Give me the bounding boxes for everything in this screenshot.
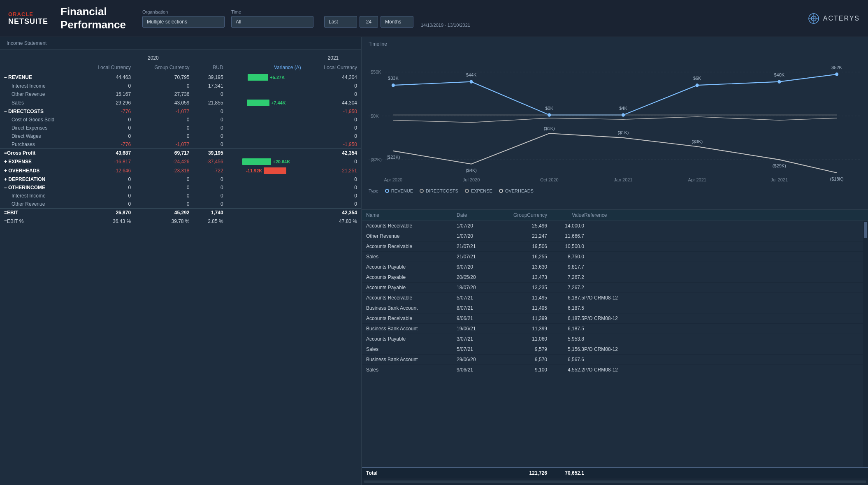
data-cell-13-3: 6,567.6: [547, 357, 584, 362]
acterys-label: ACTERYS: [823, 15, 860, 22]
footer-value: 70,652.1: [547, 470, 584, 476]
income-cell-1-1: 0: [135, 82, 193, 90]
legend-expense-label: EXPENSE: [471, 188, 492, 193]
data-cell-6-0: Accounts Payable: [366, 285, 457, 290]
income-cell-10-2: -37,456: [194, 157, 227, 166]
data-cell-5-1: 20/05/20: [457, 274, 494, 280]
data-table-row-6[interactable]: Accounts Payable18/07/2013,2357,267.2: [362, 283, 863, 293]
org-select[interactable]: Multiple selections: [142, 16, 225, 28]
data-cell-6-3: 7,267.2: [547, 285, 584, 290]
income-cell-12-0: 0: [79, 175, 135, 183]
overheads-dot: [499, 189, 503, 193]
income-row-label-3: Sales: [0, 98, 79, 107]
income-row-label-17: =EBIT %: [0, 217, 79, 226]
income-cell-17-1: 39.78 %: [135, 217, 193, 226]
vertical-scrollbar[interactable]: [863, 221, 868, 467]
local-currency-header: Local Currency: [79, 63, 135, 73]
acterys-logo: ACTERYS: [808, 12, 860, 25]
footer-gc: 121,726: [494, 470, 547, 476]
data-table-row-14[interactable]: Sales9/06/219,1004,552.2P/O CRM08-12: [362, 365, 863, 375]
data-cell-14-0: Sales: [366, 367, 457, 373]
data-table-row-9[interactable]: Accounts Receivable9/06/2111,3996,187.5P…: [362, 313, 863, 324]
data-cell-8-3: 6,187.5: [547, 305, 584, 311]
data-cell-14-4: P/O CRM08-12: [584, 367, 646, 373]
legend-expense: EXPENSE: [465, 188, 492, 193]
data-cell-13-4: [584, 357, 646, 362]
data-cell-9-3: 6,187.5: [547, 316, 584, 321]
income-cell-15-1: 0: [135, 200, 193, 209]
income-cell-0-1: 70,795: [135, 73, 193, 82]
data-cell-9-0: Accounts Receivable: [366, 316, 457, 321]
data-table-row-11[interactable]: Accounts Payable3/07/2111,0605,953.8: [362, 334, 863, 344]
data-table-row-5[interactable]: Accounts Payable20/05/2013,4737,267.2: [362, 272, 863, 283]
income-cell-2-1: 27,736: [135, 90, 193, 98]
variance-cell-9: [227, 149, 305, 158]
income-cell-7-0: 0: [79, 132, 135, 140]
right-panel: Timeline: [362, 37, 868, 485]
variance-cell-6: [227, 124, 305, 132]
income-statement-title: Income Statement: [0, 37, 361, 50]
data-table-inner: Accounts Receivable1/07/2025,49614,000.0…: [362, 221, 868, 467]
data-table-row-1[interactable]: Other Revenue1/07/2021,24711,666.7: [362, 231, 863, 241]
data-table-row-3[interactable]: Sales21/07/2116,2558,750.0: [362, 252, 863, 262]
income-cell-5-1: 0: [135, 116, 193, 124]
lc2021-cell-8: -1,950: [305, 140, 361, 149]
expense-dot: [465, 189, 469, 193]
data-table-row-2[interactable]: Accounts Receivable21/07/2119,50610,500.…: [362, 241, 863, 252]
lc2021-cell-17: 47.80 %: [305, 217, 361, 226]
svg-text:($18K): ($18K): [830, 176, 844, 181]
income-cell-6-1: 0: [135, 124, 193, 132]
time-select[interactable]: All: [231, 16, 313, 28]
bud-header: BUD: [194, 63, 227, 73]
income-row-label-7: Direct Wages: [0, 132, 79, 140]
variance-cell-10: +20.64K: [227, 157, 305, 166]
data-table-row-7[interactable]: Accounts Receivable5/07/2111,4956,187.5P…: [362, 293, 863, 303]
lc2021-cell-0: 44,304: [305, 73, 361, 82]
svg-text:($23K): ($23K): [386, 155, 400, 160]
income-cell-8-2: 0: [194, 140, 227, 149]
months-select[interactable]: Months: [381, 16, 413, 28]
svg-text:$0K: $0K: [545, 105, 554, 110]
last-num-input[interactable]: [360, 16, 378, 28]
horizontal-scrollbar[interactable]: [362, 478, 868, 485]
time-filter-group: Time All: [231, 9, 313, 28]
data-cell-4-1: 9/07/20: [457, 264, 494, 270]
data-table-body[interactable]: Accounts Receivable1/07/2025,49614,000.0…: [362, 221, 863, 467]
svg-text:$4K: $4K: [619, 105, 627, 110]
income-cell-5-2: 0: [194, 116, 227, 124]
data-table-row-8[interactable]: Business Bank Account8/07/2111,4956,187.…: [362, 303, 863, 313]
lc2021-cell-1: 0: [305, 82, 361, 90]
legend-directcosts: DIRECTCOSTS: [420, 188, 458, 193]
income-table-wrap[interactable]: 2020 2021 Local Currency Group Currency …: [0, 50, 361, 485]
income-cell-1-0: 0: [79, 82, 135, 90]
variance-cell-12: [227, 175, 305, 183]
data-table-row-4[interactable]: Accounts Payable9/07/2013,6309,817.7: [362, 262, 863, 272]
variance-cell-15: [227, 200, 305, 209]
footer-empty-date: [457, 470, 494, 476]
income-row-label-14: Interest Income: [0, 192, 79, 200]
svg-text:($1K): ($1K): [618, 130, 629, 135]
group-currency-header: Group Currency: [135, 63, 193, 73]
legend-overheads: OVERHEADS: [499, 188, 534, 193]
data-cell-6-2: 13,235: [494, 285, 547, 290]
data-table-row-13[interactable]: Business Bank Account29/06/209,5706,567.…: [362, 355, 863, 365]
data-cell-10-3: 6,187.5: [547, 326, 584, 332]
data-table-row-10[interactable]: Business Bank Account19/06/2111,3996,187…: [362, 324, 863, 334]
lc2021-cell-16: 42,354: [305, 209, 361, 217]
col-date-header: Date: [457, 212, 494, 218]
income-cell-7-2: 0: [194, 132, 227, 140]
scrollbar-thumb[interactable]: [864, 222, 867, 238]
scrollbar-track[interactable]: [364, 480, 866, 483]
data-cell-2-1: 21/07/21: [457, 244, 494, 249]
svg-text:$52K: $52K: [831, 65, 842, 70]
last-select[interactable]: Last: [324, 16, 357, 28]
data-table-row-12[interactable]: Sales5/07/219,5795,156.3P/O CRM08-12: [362, 344, 863, 355]
variance-cell-7: [227, 132, 305, 140]
data-cell-8-1: 8/07/21: [457, 305, 494, 311]
data-cell-12-4: P/O CRM08-12: [584, 346, 646, 352]
data-cell-7-3: 6,187.5: [547, 295, 584, 301]
col-reference-header: Reference: [584, 212, 646, 218]
type-label: Type: [369, 188, 378, 193]
data-table-row-0[interactable]: Accounts Receivable1/07/2025,49614,000.0: [362, 221, 863, 231]
lc2021-cell-3: 44,304: [305, 98, 361, 107]
